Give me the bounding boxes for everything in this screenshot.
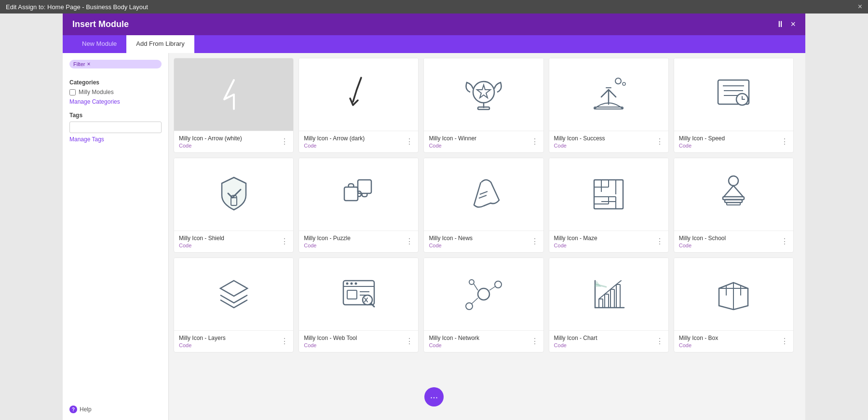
card-footer-14: Milly Icon - Chart Code ⋮ (549, 330, 668, 352)
card-type-4: Code (554, 143, 605, 149)
cards-grid: Milly Icon - Arrow (white) Code ⋮ Milly … (174, 58, 800, 352)
card-name-8: Milly Icon - News (429, 235, 473, 242)
card-7[interactable]: Milly Icon - Puzzle Code ⋮ (298, 158, 419, 253)
card-menu-button-5[interactable]: ⋮ (781, 138, 788, 146)
card-11[interactable]: Milly Icon - Layers Code ⋮ (174, 257, 294, 352)
card-name-14: Milly Icon - Chart (554, 335, 597, 341)
card-info-8: Milly Icon - News Code (429, 235, 473, 248)
card-icon-area-4 (549, 58, 668, 131)
card-menu-button-10[interactable]: ⋮ (781, 238, 788, 245)
card-14[interactable]: Milly Icon - Chart Code ⋮ (549, 257, 669, 352)
card-name-2: Milly Icon - Arrow (dark) (304, 135, 365, 142)
categories-title: Categories (69, 79, 162, 86)
card-menu-button-3[interactable]: ⋮ (531, 138, 539, 146)
tab-new-module[interactable]: New Module (72, 35, 126, 53)
manage-categories-link[interactable]: Manage Categories (69, 98, 162, 105)
card-menu-button-11[interactable]: ⋮ (281, 338, 288, 345)
modal-close-button[interactable]: × (790, 19, 796, 29)
card-6[interactable]: Milly Icon - Shield Code ⋮ (174, 158, 294, 253)
card-5[interactable]: Milly Icon - Speed Code ⋮ (674, 58, 794, 153)
card-footer-9: Milly Icon - Maze Code ⋮ (549, 230, 668, 252)
card-menu-button-9[interactable]: ⋮ (656, 238, 664, 245)
filter-tag[interactable]: Filter × (69, 60, 162, 68)
card-menu-button-2[interactable]: ⋮ (406, 138, 413, 146)
card-menu-button-15[interactable]: ⋮ (781, 338, 788, 345)
card-footer-4: Milly Icon - Success Code ⋮ (549, 131, 668, 152)
card-type-12: Code (304, 342, 357, 348)
card-name-7: Milly Icon - Puzzle (304, 235, 351, 242)
card-footer-3: Milly Icon - Winner Code ⋮ (424, 131, 543, 152)
card-menu-button-4[interactable]: ⋮ (656, 138, 664, 146)
milly-modules-checkbox-row: Milly Modules (69, 89, 162, 95)
card-icon-area-12 (299, 258, 418, 330)
card-menu-button-8[interactable]: ⋮ (531, 238, 539, 245)
milly-modules-checkbox[interactable] (69, 89, 76, 95)
card-footer-6: Milly Icon - Shield Code ⋮ (174, 230, 293, 252)
filter-tag-close-icon[interactable]: × (87, 61, 90, 68)
card-footer-11: Milly Icon - Layers Code ⋮ (174, 330, 293, 352)
card-menu-button-13[interactable]: ⋮ (531, 338, 539, 345)
card-icon-area-10 (674, 158, 793, 230)
bottom-floating-button[interactable]: ··· (424, 387, 444, 406)
svg-point-37 (354, 283, 357, 285)
tab-add-from-library[interactable]: Add From Library (126, 35, 194, 53)
card-menu-button-1[interactable]: ⋮ (281, 138, 288, 146)
card-13[interactable]: Milly Icon - Network Code ⋮ (423, 257, 543, 352)
tags-input[interactable] (69, 122, 162, 133)
svg-rect-55 (605, 294, 609, 308)
card-icon-area-1 (174, 58, 293, 131)
svg-point-47 (495, 281, 502, 288)
svg-point-4 (615, 78, 621, 84)
card-info-6: Milly Icon - Shield Code (179, 235, 224, 248)
card-name-4: Milly Icon - Success (554, 135, 605, 142)
card-9[interactable]: Milly Icon - Maze Code ⋮ (549, 158, 669, 253)
card-type-8: Code (429, 243, 473, 248)
manage-tags-link[interactable]: Manage Tags (69, 136, 162, 143)
card-footer-10: Milly Icon - School Code ⋮ (674, 230, 793, 252)
svg-rect-57 (616, 285, 620, 308)
card-name-9: Milly Icon - Maze (554, 235, 597, 242)
card-menu-button-7[interactable]: ⋮ (406, 238, 413, 245)
card-type-7: Code (304, 243, 351, 248)
card-icon-area-15 (674, 258, 793, 330)
card-type-3: Code (429, 143, 476, 149)
card-2[interactable]: Milly Icon - Arrow (dark) Code ⋮ (298, 58, 419, 153)
svg-point-5 (623, 82, 625, 85)
modal-pause-button[interactable]: ⏸ (776, 19, 785, 29)
tab-bar: New Module Add From Library (63, 35, 805, 53)
card-10[interactable]: Milly Icon - School Code ⋮ (674, 158, 794, 253)
card-3[interactable]: Milly Icon - Winner Code ⋮ (423, 58, 543, 153)
svg-rect-31 (727, 203, 740, 205)
tags-title: Tags (69, 112, 162, 119)
card-name-6: Milly Icon - Shield (179, 235, 224, 242)
title-bar-close-button[interactable]: × (858, 2, 862, 11)
card-footer-5: Milly Icon - Speed Code ⋮ (674, 131, 793, 152)
card-info-10: Milly Icon - School Code (679, 235, 726, 248)
card-info-4: Milly Icon - Success Code (554, 135, 605, 149)
card-menu-button-6[interactable]: ⋮ (281, 238, 288, 245)
card-type-13: Code (429, 342, 479, 348)
card-icon-area-3 (424, 58, 543, 131)
card-info-9: Milly Icon - Maze Code (554, 235, 597, 248)
card-12[interactable]: Milly Icon - Web Tool Code ⋮ (298, 257, 419, 352)
card-info-2: Milly Icon - Arrow (dark) Code (304, 135, 365, 149)
card-menu-button-12[interactable]: ⋮ (406, 338, 413, 345)
card-type-10: Code (679, 243, 726, 248)
card-footer-7: Milly Icon - Puzzle Code ⋮ (299, 230, 418, 252)
help-section: ? Help (69, 406, 162, 413)
modal-title: Insert Module (72, 19, 129, 29)
card-info-3: Milly Icon - Winner Code (429, 135, 476, 149)
card-15[interactable]: Milly Icon - Box Code ⋮ (674, 257, 794, 352)
card-info-13: Milly Icon - Network Code (429, 335, 479, 348)
card-type-15: Code (679, 342, 718, 348)
card-1[interactable]: Milly Icon - Arrow (white) Code ⋮ (174, 58, 294, 153)
card-4[interactable]: Milly Icon - Success Code ⋮ (549, 58, 669, 153)
card-icon-area-7 (299, 158, 418, 230)
card-type-5: Code (679, 143, 725, 149)
card-8[interactable]: Milly Icon - News Code ⋮ (423, 158, 543, 253)
svg-point-46 (466, 303, 473, 310)
card-icon-area-6 (174, 158, 293, 230)
card-icon-area-9 (549, 158, 668, 230)
modal-header-actions: ⏸ × (776, 19, 796, 29)
card-menu-button-14[interactable]: ⋮ (656, 338, 664, 345)
